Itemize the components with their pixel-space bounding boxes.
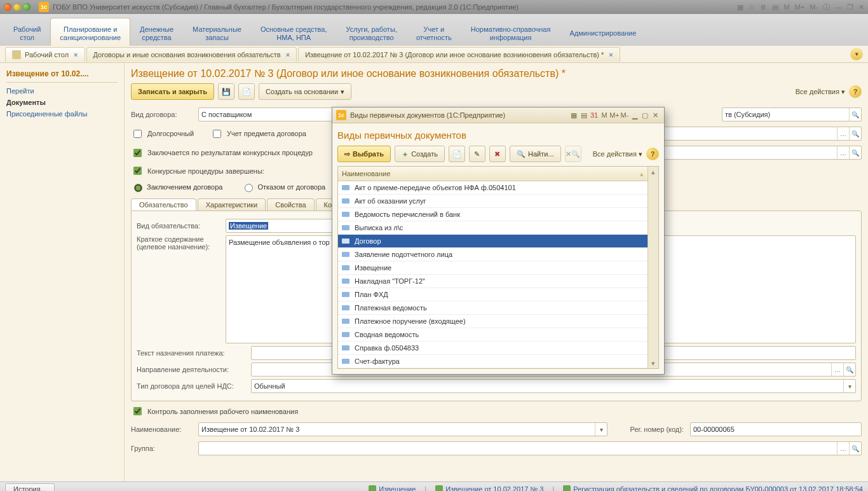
input-more-icon[interactable]: … — [837, 127, 849, 140]
dialog-tool-icon[interactable]: ▤ — [579, 110, 589, 120]
save-button[interactable]: 💾 — [218, 83, 234, 100]
save-and-close-button[interactable]: Записать и закрыть — [131, 83, 214, 100]
list-item[interactable]: Ведомость перечислений в банк — [338, 208, 648, 221]
close-dot-icon[interactable] — [4, 3, 11, 11]
select-button[interactable]: ⇨ Выбрать — [337, 146, 391, 162]
input-more-icon[interactable]: … — [837, 146, 849, 159]
help-icon[interactable]: ⓘ — [823, 3, 830, 12]
titlebar-tool-icon[interactable]: ▤ — [772, 3, 778, 11]
section-tab[interactable]: Денежныесредства — [130, 18, 183, 46]
konkurs-done-checkbox[interactable]: Конкурсные процедуры завершены: — [131, 165, 264, 177]
input-lookup-icon[interactable]: 🔍 — [843, 363, 855, 376]
dialog-mminus[interactable]: M- — [620, 110, 630, 120]
conclusion-radio[interactable]: Заключением договора — [131, 182, 222, 192]
sub-tab[interactable]: Характеристики — [198, 198, 266, 211]
leftnav-link[interactable]: Присоединенные файлы — [6, 108, 118, 120]
section-tab[interactable]: Администрирование — [560, 18, 646, 46]
window-tab[interactable]: Договоры и иные основания возникновения … — [86, 47, 297, 62]
section-tab[interactable]: Рабочийстол — [4, 18, 50, 46]
all-actions-link[interactable]: Все действия ▾ — [593, 150, 642, 158]
delete-button[interactable]: ✖ — [489, 146, 506, 162]
min-icon[interactable]: — — [835, 3, 842, 11]
list-item[interactable]: Акт об оказании услуг — [338, 195, 648, 208]
help-button[interactable]: ? — [646, 148, 659, 160]
konkurs-checkbox[interactable]: Заключается по результатам конкурсных пр… — [131, 147, 313, 159]
maximize-dot-icon[interactable] — [23, 3, 31, 11]
file-button[interactable]: 📄 — [238, 83, 255, 100]
section-tab[interactable]: Основные средства,НМА, НПА — [251, 18, 337, 46]
find-button[interactable]: 🔍 Найти... — [510, 146, 561, 162]
dialog-tool-icon[interactable]: ▦ — [569, 110, 579, 120]
create-based-on-button[interactable]: Создать на основании ▾ — [259, 83, 351, 100]
input-lookup-icon[interactable]: 🔍 — [849, 108, 861, 121]
reg-input[interactable]: 00-00000065 — [690, 422, 862, 436]
titlebar-mplus[interactable]: M+ — [795, 3, 805, 11]
dialog-mplus[interactable]: M+ — [609, 110, 620, 120]
minimize-dot-icon[interactable] — [13, 3, 21, 11]
tab-close-icon[interactable]: × — [286, 51, 290, 59]
uchet-checkbox[interactable]: Учет предмета договора — [210, 128, 306, 140]
refusal-radio[interactable]: Отказом от договора — [241, 182, 325, 192]
list-item[interactable]: Счет-фактура — [338, 355, 648, 368]
edit-button[interactable]: ✎ — [469, 146, 485, 162]
input-lookup-icon[interactable]: 🔍 — [849, 127, 861, 140]
clear-find-button[interactable]: ✕🔍 — [565, 146, 581, 162]
close-icon[interactable]: ✕ — [858, 3, 864, 11]
status-item[interactable]: Извещение от 10.02.2017 № 3 — [435, 485, 543, 491]
window-tab[interactable]: Извещение от 10.02.2017 № 3 (Договор или… — [298, 47, 620, 62]
list-item[interactable]: Выписка из л\с — [338, 221, 648, 235]
longterm-checkbox[interactable]: Долгосрочный — [131, 128, 194, 140]
input-more-icon[interactable]: … — [837, 442, 849, 455]
list-item[interactable]: Платежное поручение (входящее) — [338, 315, 648, 328]
window-tab[interactable]: Рабочий стол× — [5, 47, 85, 62]
list-item[interactable]: Справка ф.0504833 — [338, 342, 648, 355]
restore-icon[interactable]: ❐ — [847, 3, 853, 11]
tab-close-icon[interactable]: × — [609, 51, 613, 59]
titlebar-tool-icon[interactable]: ▦ — [737, 3, 743, 11]
input-more-icon[interactable]: … — [831, 363, 843, 376]
list-item[interactable]: Сводная ведомость — [338, 328, 648, 342]
list-item[interactable]: Извещение — [338, 261, 648, 275]
list-item[interactable]: Договор — [338, 235, 648, 248]
create-button[interactable]: ＋Создать — [395, 146, 445, 162]
dialog-m[interactable]: M — [599, 110, 609, 120]
sub-tab[interactable]: Свойства — [267, 198, 314, 211]
sub-tab[interactable]: Обязательство — [131, 198, 196, 211]
all-actions-link[interactable]: Все действия ▾ — [796, 88, 845, 96]
status-item[interactable]: Регистрация обязательств и сведений по д… — [563, 485, 863, 491]
section-tab[interactable]: Услуги, работы,производство — [337, 18, 407, 46]
section-tab[interactable]: Учет иотчетность — [407, 18, 461, 46]
list-item[interactable]: Заявление подотчетного лица — [338, 248, 648, 261]
org-input[interactable]: тв (Субсидия) 🔍 — [722, 107, 862, 121]
tab-close-icon[interactable]: × — [74, 51, 78, 59]
list-item[interactable]: Накладная "ТОРГ-12" — [338, 275, 648, 288]
titlebar-m[interactable]: M — [783, 3, 789, 11]
titlebar-tool-icon[interactable]: 🗎 — [760, 3, 767, 11]
section-tab[interactable]: Планирование исанкционирование — [50, 18, 130, 46]
leftnav-link[interactable]: Перейти — [6, 85, 118, 97]
help-button[interactable]: ? — [849, 85, 862, 98]
scroll-down-icon[interactable]: ▾ — [648, 358, 658, 368]
section-tab[interactable]: Нормативно-справочнаяинформация — [461, 18, 560, 46]
list-item[interactable]: Акт о приеме-передаче объектов НФА ф.050… — [338, 181, 648, 195]
titlebar-tool-icon[interactable]: ☆ — [749, 3, 755, 11]
dialog-close-icon[interactable]: ✕ — [650, 110, 660, 120]
leftnav-link[interactable]: Документы — [6, 97, 118, 108]
control-checkbox[interactable]: Контроль заполнения рабочего наименовани… — [131, 405, 298, 417]
list-column-header[interactable]: Наименование▴ — [338, 167, 648, 181]
copy-button[interactable]: 📄 — [449, 146, 465, 162]
dialog-minimize-icon[interactable]: ▁ — [630, 110, 640, 120]
sort-asc-icon[interactable]: ▴ — [640, 170, 644, 178]
dropdown-icon[interactable]: ▾ — [595, 423, 607, 436]
list-item[interactable]: Платежная ведомость — [338, 301, 648, 315]
status-item[interactable]: Извещение — [369, 485, 416, 491]
input-lookup-icon[interactable]: 🔍 — [849, 146, 861, 159]
section-tab[interactable]: Материальныезапасы — [183, 18, 251, 46]
list-item[interactable]: План ФХД — [338, 288, 648, 301]
tabs-dropdown-icon[interactable]: ▾ — [850, 48, 863, 60]
dropdown-icon[interactable]: ▾ — [843, 380, 855, 392]
history-button[interactable]: История... — [5, 483, 55, 491]
dialog-maximize-icon[interactable]: ▢ — [640, 110, 650, 120]
dialog-tool-icon[interactable]: 31 — [589, 110, 599, 120]
list-scrollbar[interactable]: ▴ ▾ — [648, 167, 658, 368]
